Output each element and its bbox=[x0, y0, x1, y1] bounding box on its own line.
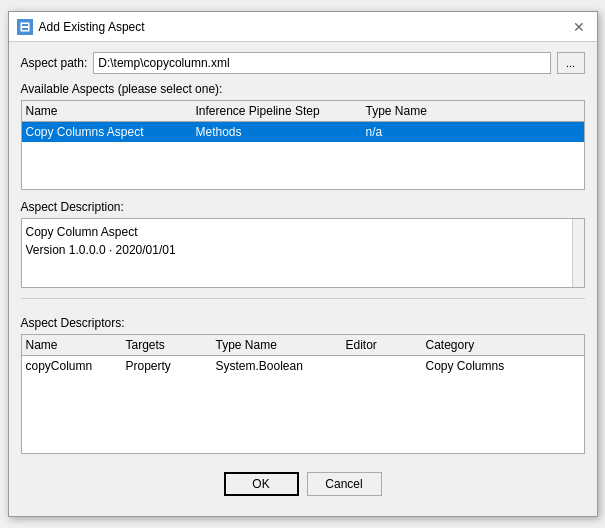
aspect-table-row[interactable]: Copy Columns Aspect Methods n/a bbox=[22, 122, 584, 142]
dialog-icon bbox=[17, 19, 33, 35]
descriptor-name: copyColumn bbox=[26, 359, 126, 373]
aspect-descriptors-label: Aspect Descriptors: bbox=[21, 316, 585, 330]
desc-col-category: Category bbox=[426, 338, 580, 352]
description-scrollbar-h[interactable] bbox=[21, 298, 585, 310]
descriptor-category: Copy Columns bbox=[426, 359, 580, 373]
browse-button[interactable]: ... bbox=[557, 52, 585, 74]
title-bar: Add Existing Aspect ✕ bbox=[9, 12, 597, 42]
aspect-path-input[interactable] bbox=[93, 52, 550, 74]
desc-col-targets: Targets bbox=[126, 338, 216, 352]
desc-col-typename: Type Name bbox=[216, 338, 346, 352]
aspect-description-box: Copy Column Aspect Version 1.0.0.0 · 202… bbox=[21, 218, 585, 288]
dialog-title: Add Existing Aspect bbox=[39, 20, 145, 34]
svg-rect-0 bbox=[20, 22, 30, 32]
add-existing-aspect-dialog: Add Existing Aspect ✕ Aspect path: ... A… bbox=[8, 11, 598, 517]
svg-rect-2 bbox=[22, 28, 28, 30]
ok-button[interactable]: OK bbox=[224, 472, 299, 496]
col-header-name: Name bbox=[26, 104, 196, 118]
descriptor-editor bbox=[346, 359, 426, 373]
aspect-row-name: Copy Columns Aspect bbox=[26, 125, 196, 139]
description-scrollbar[interactable] bbox=[572, 219, 584, 287]
aspect-row-inference: Methods bbox=[196, 125, 366, 139]
aspect-row-typename: n/a bbox=[366, 125, 580, 139]
descriptors-table: Name Targets Type Name Editor Category c… bbox=[21, 334, 585, 454]
description-line2: Version 1.0.0.0 · 2020/01/01 bbox=[26, 241, 580, 259]
col-header-typename: Type Name bbox=[366, 104, 580, 118]
aspect-description-label: Aspect Description: bbox=[21, 200, 585, 214]
descriptor-typename: System.Boolean bbox=[216, 359, 346, 373]
desc-col-name: Name bbox=[26, 338, 126, 352]
descriptors-table-header: Name Targets Type Name Editor Category bbox=[22, 335, 584, 356]
aspects-table-header: Name Inference Pipeline Step Type Name bbox=[22, 101, 584, 122]
available-aspects-table: Name Inference Pipeline Step Type Name C… bbox=[21, 100, 585, 190]
title-bar-left: Add Existing Aspect bbox=[17, 19, 145, 35]
descriptor-row[interactable]: copyColumn Property System.Boolean Copy … bbox=[22, 356, 584, 376]
descriptor-targets: Property bbox=[126, 359, 216, 373]
aspect-path-row: Aspect path: ... bbox=[21, 52, 585, 74]
available-aspects-label: Available Aspects (please select one): bbox=[21, 82, 585, 96]
col-header-inference: Inference Pipeline Step bbox=[196, 104, 366, 118]
svg-rect-1 bbox=[22, 24, 28, 26]
cancel-button[interactable]: Cancel bbox=[307, 472, 382, 496]
aspect-path-label: Aspect path: bbox=[21, 56, 88, 70]
dialog-buttons: OK Cancel bbox=[21, 464, 585, 506]
description-line1: Copy Column Aspect bbox=[26, 223, 580, 241]
desc-col-editor: Editor bbox=[346, 338, 426, 352]
close-button[interactable]: ✕ bbox=[569, 17, 589, 37]
dialog-content: Aspect path: ... Available Aspects (plea… bbox=[9, 42, 597, 516]
